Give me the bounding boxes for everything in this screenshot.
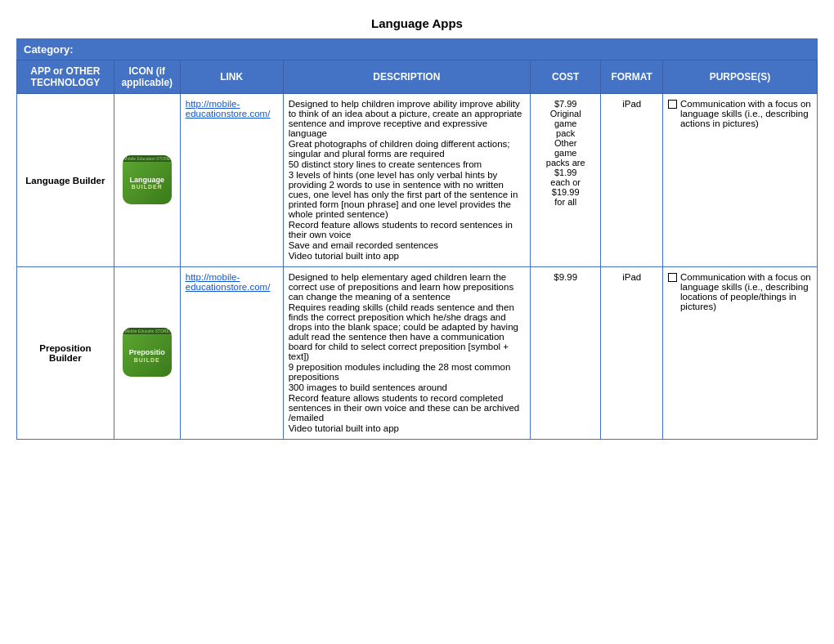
desc-line: 9 preposition modules including the 28 m… — [289, 362, 525, 382]
desc-line: Record feature allows students to record… — [289, 393, 525, 423]
link-cell-preposition-builder[interactable]: http://mobile-educationstore.com/ — [180, 267, 283, 440]
col-header-link: LINK — [180, 60, 283, 94]
icon-sub-language-builder: BUILDER — [132, 184, 163, 190]
app-icon-language-builder: Mobile Education STORE Language BUILDER — [123, 155, 172, 204]
icon-cell-language-builder: Mobile Education STORE Language BUILDER — [114, 94, 180, 267]
icon-header-preposition-builder: Mobile Educatio STORE — [123, 328, 172, 334]
checkbox-icon — [668, 100, 677, 109]
col-header-format: FORMAT — [601, 60, 663, 94]
format-preposition-builder: iPad — [601, 267, 663, 440]
table-row: Language Builder Mobile Education STORE … — [17, 94, 818, 267]
table-row: Preposition Builder Mobile Educatio STOR… — [17, 267, 818, 440]
purpose-item: Communication with a focus on language s… — [668, 99, 812, 128]
col-header-description: DESCRIPTION — [283, 60, 530, 94]
main-table: Category: APP or OTHER TECHNOLOGY ICON (… — [16, 38, 818, 440]
purpose-preposition-builder: Communication with a focus on language s… — [662, 267, 817, 440]
desc-line: Video tutorial built into app — [289, 423, 525, 433]
app-name-preposition-builder: Preposition Builder — [17, 267, 114, 440]
col-header-app: APP or OTHER TECHNOLOGY — [17, 60, 114, 94]
link-language-builder[interactable]: http://mobile-educationstore.com/ — [186, 99, 271, 119]
page-title: Language Apps — [16, 16, 818, 30]
desc-line: Designed to help children improve abilit… — [289, 99, 525, 138]
desc-line: Record feature allows students to record… — [289, 220, 525, 239]
desc-line: 50 distinct story lines to create senten… — [289, 159, 525, 169]
app-icon-preposition-builder: Mobile Educatio STORE Prepositio BUILDE — [123, 328, 172, 377]
desc-line: Requires reading skills (child reads sen… — [289, 302, 525, 361]
purpose-text: Communication with a focus on language s… — [680, 272, 812, 311]
col-header-icon: ICON (if applicable) — [114, 60, 180, 94]
checkbox-icon — [668, 273, 677, 282]
desc-line: Video tutorial built into app — [289, 251, 525, 261]
category-label: Category: — [17, 39, 818, 60]
link-cell-language-builder[interactable]: http://mobile-educationstore.com/ — [180, 94, 283, 267]
cost-preposition-builder: $9.99 — [531, 267, 601, 440]
description-language-builder: Designed to help children improve abilit… — [283, 94, 530, 267]
cost-details-language-builder: $7.99OriginalgamepackOthergamepacks are$… — [536, 99, 595, 207]
format-language-builder: iPad — [601, 94, 663, 267]
purpose-text: Communication with a focus on language s… — [680, 99, 812, 128]
col-header-cost: COST — [531, 60, 601, 94]
col-header-purposes: PURPOSE(S) — [662, 60, 817, 94]
icon-sub-preposition-builder: BUILDE — [134, 357, 160, 363]
desc-line: Designed to help elementary aged childre… — [289, 272, 525, 302]
desc-line: 300 images to build sentences around — [289, 382, 525, 392]
icon-main-preposition-builder: Prepositio — [129, 348, 165, 357]
app-name-language-builder: Language Builder — [17, 94, 114, 267]
purpose-item: Communication with a focus on language s… — [668, 272, 812, 311]
purpose-language-builder: Communication with a focus on language s… — [662, 94, 817, 267]
header-row: APP or OTHER TECHNOLOGY ICON (if applica… — [17, 60, 818, 94]
icon-main-language-builder: Language — [130, 176, 165, 185]
cost-language-builder: $7.99OriginalgamepackOthergamepacks are$… — [531, 94, 601, 267]
desc-line: 3 levels of hints (one level has only ve… — [289, 170, 525, 219]
desc-line: Great photographs of children doing diff… — [289, 139, 525, 159]
link-preposition-builder[interactable]: http://mobile-educationstore.com/ — [186, 272, 271, 292]
desc-line: Save and email recorded sentences — [289, 240, 525, 250]
icon-cell-preposition-builder: Mobile Educatio STORE Prepositio BUILDE — [114, 267, 180, 440]
description-preposition-builder: Designed to help elementary aged childre… — [283, 267, 530, 440]
icon-header-language-builder: Mobile Education STORE — [123, 155, 172, 162]
category-row: Category: — [17, 39, 818, 60]
